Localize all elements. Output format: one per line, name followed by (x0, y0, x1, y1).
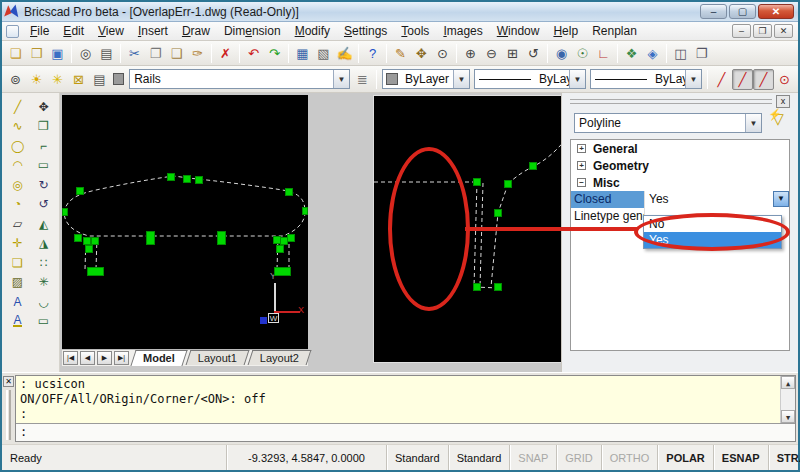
scroll-up-button[interactable]: ▲ (781, 376, 795, 389)
paste-button[interactable]: ❑ (166, 43, 187, 64)
minimize-button[interactable]: – (700, 4, 727, 19)
panel-grip[interactable] (570, 99, 772, 104)
grip[interactable] (76, 187, 84, 195)
pan-button[interactable]: ✥ (411, 43, 432, 64)
command-scrollbar[interactable]: ▲ ▼ (780, 376, 795, 423)
next-tab-button[interactable]: ▶ (97, 351, 112, 365)
entity-data-button[interactable]: ▦ (292, 43, 313, 64)
chevron-down-icon[interactable]: ▼ (453, 70, 469, 88)
grip[interactable] (529, 162, 537, 170)
regen-button[interactable]: ◉ (551, 43, 572, 64)
new-button[interactable]: ❏ (5, 43, 26, 64)
layer-lock-button[interactable]: ⊠ (68, 69, 89, 90)
grip[interactable] (91, 237, 99, 245)
tab-model[interactable]: Model (130, 350, 187, 366)
erase-button[interactable]: ✗ (215, 43, 236, 64)
grip[interactable] (167, 173, 175, 181)
linetype-combo[interactable]: ByLayer ▼ (474, 69, 586, 89)
toggle-snap[interactable]: SNAP (510, 445, 557, 470)
properties-sheet-button[interactable]: ✍ (334, 43, 355, 64)
dropdown-option-yes[interactable]: Yes (644, 232, 781, 248)
grip[interactable] (146, 231, 155, 245)
grip[interactable] (183, 175, 191, 183)
last-tab-button[interactable]: ▶| (114, 351, 129, 365)
stretch-button[interactable]: ▭ (33, 156, 55, 176)
coordinates-display[interactable]: -9.3293, 4.5847, 0.0000 (227, 445, 387, 470)
array-button[interactable]: ∷ (33, 253, 55, 273)
menu-file[interactable]: File (23, 22, 56, 40)
print-preview-button[interactable]: ◎ (75, 43, 96, 64)
grip[interactable] (217, 231, 226, 245)
grip[interactable] (504, 180, 512, 188)
arc-button[interactable]: ◠ (7, 156, 29, 176)
match-properties-button[interactable]: ✑ (187, 43, 208, 64)
expand-icon[interactable]: + (577, 144, 586, 153)
mdi-restore-button[interactable]: ❐ (753, 24, 772, 38)
grip[interactable] (473, 178, 481, 186)
pedit-closed-button[interactable]: ▭ (33, 312, 55, 332)
grip[interactable] (195, 176, 203, 184)
chevron-down-icon[interactable]: ▼ (685, 70, 701, 88)
model-viewport[interactable]: Y X W (62, 95, 308, 349)
layer-on-off-button[interactable]: ☀ (26, 69, 47, 90)
zoom-realtime-button[interactable]: ⊙ (432, 43, 453, 64)
toggle-strack[interactable]: STRACK (769, 445, 800, 470)
expand-icon[interactable]: + (577, 161, 586, 170)
pedit-open-button[interactable]: ◡ (33, 292, 55, 312)
grip[interactable] (494, 283, 502, 291)
grip[interactable] (287, 234, 295, 242)
mirror-vertical-button[interactable]: ◮ (33, 234, 55, 254)
close-button[interactable]: ✕ (758, 4, 794, 19)
chevron-down-icon[interactable]: ▼ (745, 114, 761, 132)
layer-plot-button[interactable]: ▤ (89, 69, 110, 90)
toggle-polar[interactable]: POLAR (658, 445, 714, 470)
grip[interactable] (302, 207, 308, 215)
text-style-indicator[interactable]: Standard (387, 445, 449, 470)
line-button[interactable]: ╱ (7, 97, 29, 117)
category-misc[interactable]: −Misc (571, 174, 789, 191)
polygon-button[interactable]: ▱ (7, 214, 29, 234)
rotate-button[interactable]: ↻ (33, 175, 55, 195)
ellipse-arc-button[interactable]: ◔ (7, 195, 29, 215)
color-combo[interactable]: ByLayer ▼ (382, 69, 470, 89)
rotate-reference-button[interactable]: ↺ (33, 195, 55, 215)
zoom-previous-button[interactable]: ↺ (523, 43, 544, 64)
toggle-ortho[interactable]: ORTHO (602, 445, 659, 470)
zoom-in-button[interactable]: ⊕ (460, 43, 481, 64)
layer-combo[interactable]: Rails ▼ (129, 69, 350, 89)
first-tab-button[interactable]: |◀ (63, 351, 78, 365)
grip[interactable] (74, 234, 82, 242)
panel-close-button[interactable]: x (776, 95, 790, 108)
print-button[interactable]: ▤ (96, 43, 117, 64)
snap-nearest-button[interactable]: ╱ (711, 69, 732, 90)
tile-horizontal-button[interactable]: ◫ (670, 43, 691, 64)
copy-entity-button[interactable]: ❐ (33, 117, 55, 137)
toggle-esnap[interactable]: ESNAP (714, 445, 769, 470)
menu-modify[interactable]: Modify (288, 22, 337, 40)
open-button[interactable]: ❒ (26, 43, 47, 64)
command-grip[interactable] (6, 390, 11, 440)
category-geometry[interactable]: +Geometry (571, 157, 789, 174)
tab-layout2[interactable]: Layout2 (248, 350, 312, 365)
help-button[interactable]: ? (362, 43, 383, 64)
prev-tab-button[interactable]: ◀ (80, 351, 95, 365)
draw-order-button[interactable]: ✎ (390, 43, 411, 64)
menu-tools[interactable]: Tools (394, 22, 436, 40)
grip[interactable] (83, 237, 91, 245)
quick-select-button[interactable]: ▽⚡ (766, 110, 790, 134)
ucs-button[interactable]: ∟ (593, 43, 614, 64)
new-sheet-button[interactable]: ❐ (691, 43, 712, 64)
mdi-minimize-button[interactable]: – (732, 24, 751, 38)
grip[interactable] (62, 208, 68, 216)
chevron-down-icon[interactable]: ▼ (569, 70, 585, 88)
property-value[interactable]: Yes ▼ (645, 191, 789, 208)
collapse-icon[interactable]: − (577, 178, 586, 187)
insert-block-button[interactable]: ❏ (7, 253, 29, 273)
command-input[interactable]: : (16, 424, 795, 441)
menu-renplan[interactable]: Renplan (585, 22, 644, 40)
text-button[interactable]: A (7, 292, 29, 312)
mtext-button[interactable]: A (7, 312, 29, 332)
grip[interactable] (276, 245, 284, 253)
offset-button[interactable]: ⌐ (33, 136, 55, 156)
explode-button[interactable]: ✳ (33, 273, 55, 293)
